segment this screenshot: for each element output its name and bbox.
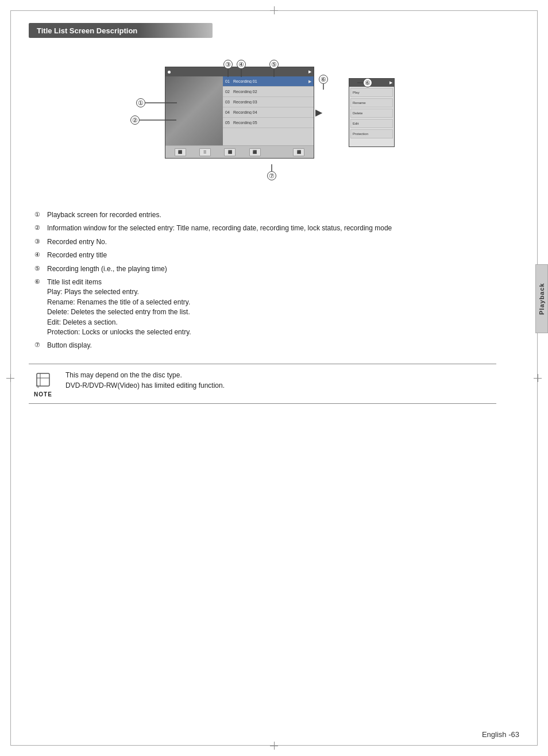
note-text: This may depend on the the disc type. DV…: [65, 370, 225, 391]
callout-5-circle: ⑤: [269, 60, 279, 69]
side-item-protection: Protection: [350, 129, 393, 138]
side-item-rename: Rename: [350, 98, 393, 107]
desc-item-4: ④ Recorded entry title: [34, 250, 496, 260]
callout-6b-circle: ⑥: [363, 78, 372, 87]
callout-2-line: [140, 119, 176, 121]
playback-side-tab: Playback: [535, 264, 548, 333]
ui-side-mockup: ▶ Play Rename Delete Edit Protection: [349, 78, 395, 147]
note-box: ✎ NOTE This may depend on the the disc t…: [29, 364, 496, 404]
side-item-play: Play: [350, 88, 393, 97]
side-item-edit: Edit: [350, 119, 393, 128]
desc-item-1: ① Playback screen for recorded entries.: [34, 210, 496, 220]
side-item-delete: Delete: [350, 109, 393, 118]
desc-num-1: ①: [34, 210, 47, 220]
desc-text-2: Information window for the selected entr…: [47, 223, 392, 233]
list-item-4: 04 Recording 04: [223, 107, 314, 118]
crosshair-right-middle: [534, 374, 542, 382]
list-item-1: 01 Recording 01 ▶: [223, 76, 314, 87]
desc-item-3: ③ Recorded entry No.: [34, 237, 496, 247]
description-list: ① Playback screen for recorded entries. …: [29, 210, 496, 351]
main-content: Title List Screen Description ▶ 01 Recor…: [29, 23, 496, 404]
callout-3-group: ③: [223, 60, 233, 77]
note-label: NOTE: [34, 391, 52, 398]
callout-7-circle: ⑦: [267, 171, 276, 180]
callout-1-circle: ①: [136, 98, 145, 107]
desc-num-2: ②: [34, 223, 47, 233]
page-footer: English -63: [482, 730, 519, 739]
bottom-btn-3: ⬛: [224, 148, 236, 156]
crosshair-top-center: [270, 6, 278, 14]
desc-num-4: ④: [34, 250, 47, 260]
note-icon: ✎: [33, 370, 53, 389]
ui-main-area: 01 Recording 01 ▶ 02 Recording 02 03 Rec…: [165, 76, 314, 145]
crosshair-left-middle: [6, 374, 14, 382]
desc-num-7: ⑦: [34, 341, 47, 350]
svg-text:✎: ✎: [36, 384, 40, 389]
ui-video-inner: [165, 76, 223, 145]
note-icon-area: ✎ NOTE: [29, 370, 57, 398]
ui-top-bar-dot: [168, 71, 171, 74]
desc-item-7: ⑦ Button display.: [34, 341, 496, 350]
callout-7-line: [271, 164, 272, 171]
callout-4-line: [241, 69, 242, 77]
bottom-btn-4: ⬛: [249, 148, 261, 156]
desc-num-6: ⑥: [34, 277, 47, 337]
section-header: Title List Screen Description: [29, 23, 213, 38]
desc-num-3: ③: [34, 237, 47, 247]
callout-5-line: [273, 69, 275, 77]
crosshair-bottom-center: [270, 742, 278, 750]
list-item-3: 03 Recording 03: [223, 97, 314, 107]
note-line-2: DVD-R/DVD-RW(Video) has limited editing …: [65, 381, 225, 389]
list-item-5: 05 Recording 05: [223, 118, 314, 128]
callout-5-group: ⑤: [269, 60, 279, 77]
callout-6a-group: ⑥: [319, 75, 328, 90]
desc-item-5: ⑤ Recording length (i.e., the playing ti…: [34, 264, 496, 274]
callout-3-line: [227, 69, 229, 77]
callout-6b-group: ⑥: [357, 78, 372, 87]
diagram-container: ▶ 01 Recording 01 ▶ 02 Recording 02: [119, 49, 406, 193]
desc-text-1: Playback screen for recorded entries.: [47, 210, 161, 220]
arrow-to-side-panel: ▶: [315, 107, 322, 118]
desc-num-5: ⑤: [34, 264, 47, 274]
desc-text-5: Recording length (i.e., the playing time…: [47, 264, 167, 274]
ui-bottom-bar: ⬛ ☰ ⬛ ⬛ ⬛: [165, 145, 314, 158]
note-line-1: This may depend on the the disc type.: [65, 371, 182, 379]
callout-6b-line: [357, 82, 363, 83]
ui-video-panel: [165, 76, 223, 145]
callout-6a-line: [323, 84, 324, 90]
callout-1-group: ①: [136, 98, 177, 107]
callout-4-group: ④: [237, 60, 246, 77]
bottom-btn-2: ☰: [199, 148, 211, 156]
desc-text-3: Recorded entry No.: [47, 237, 107, 247]
callout-3-circle: ③: [223, 60, 233, 69]
bottom-btn-1: ⬛: [175, 148, 186, 156]
desc-item-2: ② Information window for the selected en…: [34, 223, 496, 233]
callout-6a-circle: ⑥: [319, 75, 328, 84]
ui-side-items: Play Rename Delete Edit Protection: [349, 87, 394, 146]
callout-2-circle: ②: [130, 115, 140, 125]
callout-1-line: [145, 102, 177, 103]
callout-4-circle: ④: [237, 60, 246, 69]
callout-7-group: ⑦: [267, 164, 276, 180]
ui-mockup: ▶ 01 Recording 01 ▶ 02 Recording 02: [165, 67, 314, 159]
list-item-2: 02 Recording 02: [223, 87, 314, 97]
callout-2-group: ②: [130, 115, 176, 125]
desc-text-6: Title list edit items Play: Plays the se…: [47, 277, 191, 337]
desc-item-6: ⑥ Title list edit items Play: Plays the …: [34, 277, 496, 337]
desc-text-7: Button display.: [47, 341, 92, 350]
bottom-btn-5: ⬛: [293, 148, 304, 156]
ui-list-panel: 01 Recording 01 ▶ 02 Recording 02 03 Rec…: [223, 76, 314, 145]
desc-text-4: Recorded entry title: [47, 250, 107, 260]
